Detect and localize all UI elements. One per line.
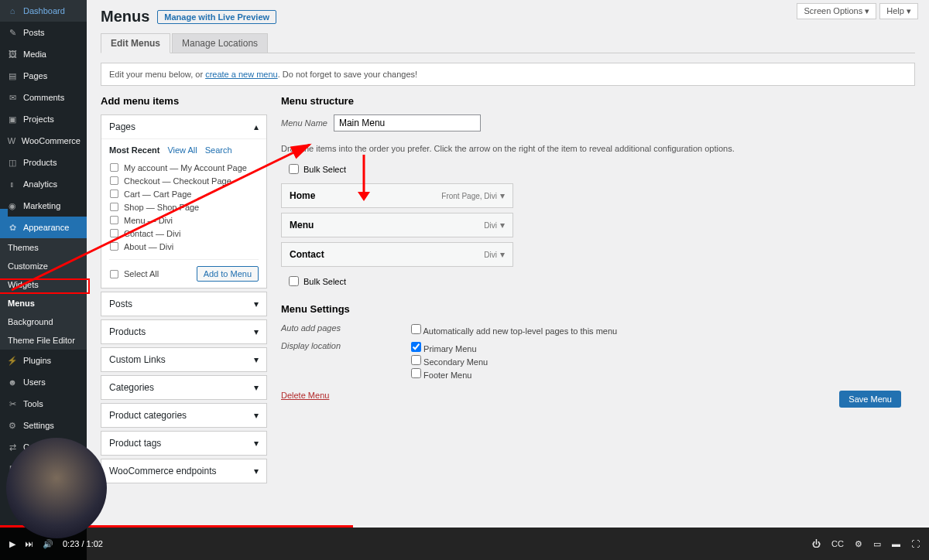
miniplayer-icon[interactable]: ▭	[873, 539, 881, 549]
sidebar-label: Dashboard	[23, 6, 65, 15]
sidebar-item-projects[interactable]: ▣Projects	[0, 108, 87, 130]
subtab-recent[interactable]: Most Recent	[109, 145, 159, 155]
sidebar-sub-widgets[interactable]: Widgets	[0, 275, 87, 294]
webcam-overlay	[6, 438, 107, 538]
select-all-checkbox[interactable]: Select All	[109, 268, 159, 281]
save-menu-button[interactable]: Save Menu	[839, 391, 901, 408]
video-controls: ▶ ⏭ 🔊 0:23 / 1:02 ⏻ CC ⚙ ▭ ▬ ⛶	[0, 528, 929, 560]
sidebar-item-plugins[interactable]: ⚡Plugins	[0, 350, 87, 371]
help-button[interactable]: Help ▾	[879, 3, 918, 19]
sidebar-item-marketing[interactable]: ◉Marketing	[0, 195, 87, 217]
accordion-woo-endpoints[interactable]: WooCommerce endpoints▾	[101, 459, 267, 483]
live-preview-button[interactable]: Manage with Live Preview	[157, 10, 276, 24]
sidebar-sub-theme-editor[interactable]: Theme File Editor	[0, 331, 87, 350]
cc-icon[interactable]: CC	[831, 539, 844, 548]
page-checkbox[interactable]: Cart — Cart Page	[109, 187, 259, 200]
volume-icon[interactable]: 🔊	[43, 539, 53, 549]
sidebar-sub-customize[interactable]: Customize	[0, 257, 87, 275]
sidebar-sub-menus[interactable]: Menus	[0, 294, 87, 312]
menu-name-input[interactable]	[334, 114, 481, 131]
theater-icon[interactable]: ▬	[892, 539, 900, 548]
accordion-header-pages[interactable]: Pages▴	[101, 115, 266, 138]
display-location-label: Display location	[281, 341, 411, 381]
sidebar-label: Pages	[23, 71, 47, 80]
woo-icon: W	[6, 135, 17, 147]
sidebar-label: Appearance	[23, 223, 69, 232]
sidebar-item-products[interactable]: ◫Products	[0, 152, 87, 173]
sidebar-label: WooCommerce	[22, 136, 81, 145]
sidebar-sub-themes[interactable]: Themes	[0, 238, 87, 257]
add-items-column: Add menu items Pages▴ Most Recent View A…	[101, 95, 267, 487]
media-icon: 🖼	[6, 48, 19, 60]
sidebar-item-dashboard[interactable]: ⌂Dashboard	[0, 0, 87, 22]
annotation-blue-marker	[0, 209, 8, 218]
accordion-custom-links[interactable]: Custom Links▾	[101, 347, 267, 372]
page-checkbox[interactable]: Checkout — Checkout Page	[109, 174, 259, 187]
tab-manage-locations[interactable]: Manage Locations	[172, 33, 268, 53]
sidebar-item-tools[interactable]: ✂Tools	[0, 393, 87, 415]
bulk-select-top[interactable]: Bulk Select	[281, 161, 915, 177]
autoplay-icon[interactable]: ⏻	[812, 539, 821, 548]
sidebar-sub-background[interactable]: Background	[0, 312, 87, 331]
add-to-menu-button[interactable]: Add to Menu	[197, 266, 259, 282]
accordion-product-tags[interactable]: Product tags▾	[101, 431, 267, 456]
comments-icon: ✉	[6, 91, 19, 104]
location-secondary[interactable]: Secondary Menu	[411, 354, 488, 367]
auto-add-checkbox[interactable]: Automatically add new top-level pages to…	[411, 323, 617, 336]
accordion-posts[interactable]: Posts▾	[101, 292, 267, 316]
page-checkbox[interactable]: Shop — Shop Page	[109, 200, 259, 213]
fullscreen-icon[interactable]: ⛶	[911, 539, 920, 548]
accordion-product-categories[interactable]: Product categories▾	[101, 403, 267, 428]
appearance-icon: ✿	[6, 221, 19, 234]
sidebar-label: Tools	[23, 399, 43, 408]
projects-icon: ▣	[6, 113, 19, 125]
next-icon[interactable]: ⏭	[25, 539, 33, 548]
sidebar-label: Media	[23, 50, 46, 59]
bulk-select-bottom[interactable]: Bulk Select	[281, 273, 915, 289]
page-checkbox[interactable]: Contact — Divi	[109, 227, 259, 240]
page-checkbox[interactable]: Menu — Divi	[109, 213, 259, 227]
menu-item-menu[interactable]: MenuDivi▾	[281, 213, 513, 237]
sidebar-item-woocommerce[interactable]: WWooCommerce	[0, 130, 87, 152]
top-right-controls: Screen Options ▾ Help ▾	[797, 3, 918, 19]
subtab-all[interactable]: View All	[167, 145, 197, 155]
sidebar-item-appearance[interactable]: ✿Appearance	[0, 217, 87, 238]
pages-subtabs: Most Recent View All Search	[109, 145, 259, 155]
accordion-products[interactable]: Products▾	[101, 319, 267, 344]
accordion-categories[interactable]: Categories▾	[101, 375, 267, 400]
analytics-icon: ⫾	[6, 178, 19, 190]
page-checkbox[interactable]: About — Divi	[109, 240, 259, 253]
tab-edit-menus[interactable]: Edit Menus	[101, 33, 170, 53]
delete-menu-link[interactable]: Delete Menu	[281, 391, 329, 412]
location-primary[interactable]: Primary Menu	[411, 341, 488, 354]
sidebar-item-users[interactable]: ☻Users	[0, 371, 87, 393]
sidebar-item-comments[interactable]: ✉Comments	[0, 87, 87, 108]
menu-item-contact[interactable]: ContactDivi▾	[281, 242, 513, 267]
chevron-down-icon: ▾	[254, 326, 259, 337]
play-icon[interactable]: ▶	[9, 539, 15, 549]
sidebar-item-settings[interactable]: ⚙Settings	[0, 415, 87, 436]
sidebar-item-analytics[interactable]: ⫾Analytics	[0, 173, 87, 195]
menu-item-home[interactable]: HomeFront Page, Divi▾	[281, 183, 513, 208]
main-content: Screen Options ▾ Help ▾ Menus Manage wit…	[87, 0, 929, 560]
subtab-search[interactable]: Search	[205, 145, 232, 155]
sidebar-label: Settings	[23, 421, 54, 430]
create-menu-link[interactable]: create a new menu	[205, 70, 278, 79]
settings-gear-icon[interactable]: ⚙	[855, 539, 862, 549]
chevron-down-icon: ▾	[254, 438, 259, 449]
collaborate-icon: ⇄	[6, 441, 19, 453]
location-footer[interactable]: Footer Menu	[411, 367, 488, 381]
sidebar-item-pages[interactable]: ▤Pages	[0, 65, 87, 87]
instructions-text: Drag the items into the order you prefer…	[281, 144, 915, 153]
screen-options-button[interactable]: Screen Options ▾	[797, 3, 876, 19]
chevron-down-icon: ▾	[254, 299, 259, 309]
pin-icon: ✎	[6, 26, 19, 39]
sidebar-item-media[interactable]: 🖼Media	[0, 43, 87, 65]
menu-name-label: Menu Name	[281, 118, 327, 128]
sidebar-item-posts[interactable]: ✎Posts	[0, 22, 87, 43]
sidebar-label: Analytics	[23, 179, 57, 189]
menu-settings-heading: Menu Settings	[281, 303, 915, 315]
page-checkbox[interactable]: My account — My Account Page	[109, 161, 259, 174]
sidebar-label: Marketing	[23, 201, 60, 210]
sidebar-label: Products	[23, 158, 57, 167]
